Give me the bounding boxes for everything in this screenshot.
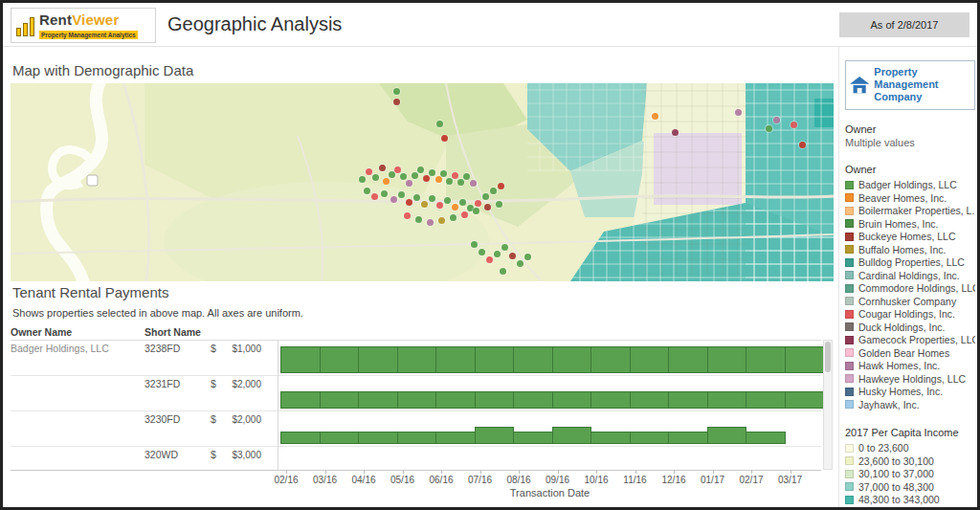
rent-bar-segment[interactable] (746, 346, 786, 373)
grid-line (519, 470, 520, 474)
x-axis-label: 05/16 (384, 475, 422, 485)
rent-bar-segment[interactable] (707, 427, 747, 445)
rent-bar-segment[interactable] (552, 346, 592, 373)
grid-line (635, 470, 636, 474)
rent-bar-segment[interactable] (590, 432, 631, 444)
rent-bar-segment[interactable] (320, 432, 360, 444)
row-short-name: 3230FD (145, 413, 180, 425)
rent-bar-segment[interactable] (630, 391, 670, 410)
rent-bar-segment[interactable] (435, 432, 476, 444)
row-axis-tick: $2,000 (219, 379, 261, 389)
rent-bar-segment[interactable] (707, 346, 747, 373)
grid-line (11, 410, 821, 411)
rent-bar-segment[interactable] (668, 346, 708, 373)
rent-bar-segment[interactable] (513, 432, 553, 444)
row-axis-currency: $ (211, 413, 216, 425)
rent-bar-segment[interactable] (435, 391, 476, 410)
rent-bar-segment[interactable] (785, 391, 825, 410)
row-short-name: 3238FD (145, 343, 180, 354)
rent-bar-segment[interactable] (552, 391, 592, 410)
dashboard: RentViewer Property Management Analytics… (0, 0, 980, 510)
rent-bar-segment[interactable] (630, 432, 670, 444)
grid-line (278, 340, 278, 470)
grid-line (480, 470, 481, 474)
rent-bar-segment[interactable] (280, 432, 321, 444)
grid-line (364, 470, 365, 474)
rent-bar-segment[interactable] (397, 346, 437, 373)
rent-bar-segment[interactable] (552, 427, 592, 445)
rent-bar-segment[interactable] (320, 391, 360, 410)
grid-line (596, 470, 597, 474)
rent-bar-segment[interactable] (513, 391, 553, 410)
rent-bar-segment[interactable] (746, 391, 786, 410)
x-axis-label: 03/16 (306, 475, 345, 485)
x-axis-label: 09/16 (539, 475, 577, 485)
rent-bar-segment[interactable] (668, 432, 708, 444)
x-axis-label: 08/16 (500, 475, 538, 485)
grid-line (751, 470, 752, 474)
rent-bar-segment[interactable] (630, 346, 670, 373)
row-axis-currency: $ (211, 378, 216, 389)
rent-bar-segment[interactable] (320, 346, 360, 373)
x-axis-label: 07/16 (461, 475, 500, 485)
chart-scrollbar-thumb[interactable] (825, 342, 831, 372)
grid-line (441, 470, 442, 474)
x-axis-label: 06/16 (422, 475, 460, 485)
x-axis-label: 03/17 (771, 475, 810, 485)
rent-bar-segment[interactable] (707, 391, 747, 410)
rent-bar-segment[interactable] (590, 346, 631, 373)
rent-bar-segment[interactable] (435, 346, 476, 373)
chart-scrollbar[interactable] (823, 340, 833, 470)
grid-line (674, 470, 675, 474)
rent-bar-segment[interactable] (785, 346, 825, 373)
rent-bar-segment[interactable] (358, 432, 398, 444)
row-axis-tick: $1,000 (219, 344, 261, 354)
row-axis-currency: $ (211, 343, 216, 354)
grid-line (325, 470, 326, 474)
row-short-name: 3231FD (145, 378, 180, 389)
rent-bar-segment[interactable] (746, 432, 786, 444)
grid-line (403, 470, 404, 474)
grid-line (286, 470, 287, 474)
x-axis-label: 10/16 (577, 475, 615, 485)
x-axis-label: 12/16 (655, 475, 693, 485)
x-axis-label: 02/16 (267, 475, 305, 485)
grid-line (713, 470, 714, 474)
rent-bar-segment[interactable] (513, 346, 553, 373)
rent-bar-segment[interactable] (397, 432, 437, 444)
row-axis-tick: $2,000 (219, 414, 261, 425)
rent-bar-segment[interactable] (358, 391, 398, 410)
grid-line (791, 470, 791, 474)
x-axis-label: 01/17 (694, 475, 732, 485)
grid-line (11, 446, 821, 447)
rent-bar-segment[interactable] (280, 391, 321, 410)
grid-line (11, 340, 821, 341)
grid-line (11, 470, 821, 471)
grid-line (11, 375, 821, 376)
rent-bar-segment[interactable] (475, 391, 515, 410)
x-axis-label: 04/16 (345, 475, 383, 485)
row-owner-name: Badger Holdings, LLC (11, 343, 109, 354)
rent-bar-segment[interactable] (590, 391, 631, 410)
row-axis-currency: $ (211, 449, 216, 460)
rent-bar-segment[interactable] (475, 346, 515, 373)
row-short-name: 320WD (145, 449, 178, 460)
grid-line (558, 470, 559, 474)
x-axis-label: 11/16 (616, 475, 655, 485)
rent-bar-segment[interactable] (475, 427, 515, 445)
rent-bar-segment[interactable] (358, 346, 398, 373)
rent-bar-segment[interactable] (397, 391, 437, 410)
x-axis-label: 02/17 (732, 475, 770, 485)
rent-bar-segment[interactable] (668, 391, 708, 410)
row-axis-tick: $3,000 (219, 450, 261, 460)
rent-bar-segment[interactable] (280, 346, 321, 373)
x-axis-title: Transaction Date (278, 487, 821, 499)
